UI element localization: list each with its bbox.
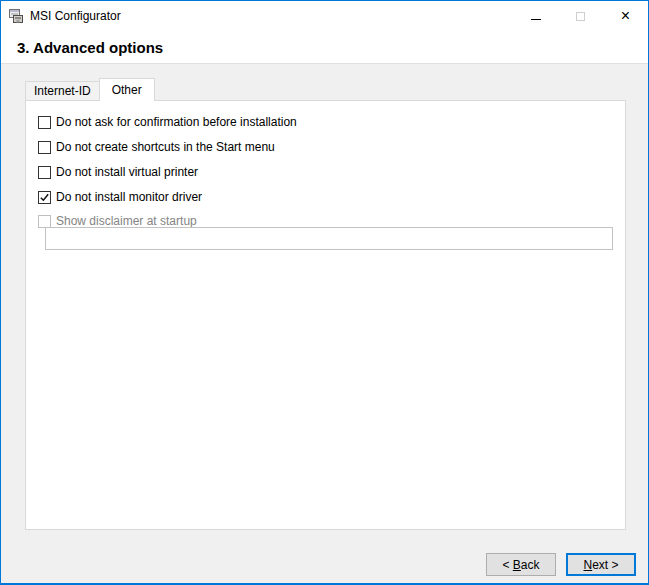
maximize-icon bbox=[576, 12, 585, 21]
close-button[interactable]: × bbox=[603, 1, 648, 31]
minimize-button[interactable] bbox=[513, 1, 558, 31]
checkbox-show-disclaimer: Show disclaimer at startup bbox=[38, 214, 197, 228]
minimize-icon bbox=[531, 19, 541, 20]
check-icon bbox=[39, 192, 50, 203]
other-tab-panel: Do not ask for confirmation before insta… bbox=[25, 100, 626, 530]
checkbox-icon bbox=[38, 191, 51, 204]
disclaimer-text-input bbox=[45, 227, 613, 250]
checkbox-icon bbox=[38, 166, 51, 179]
back-button[interactable]: < Back bbox=[486, 553, 556, 576]
checkbox-no-shortcuts[interactable]: Do not create shortcuts in the Start men… bbox=[38, 140, 275, 154]
footer-bar: < Back Next > bbox=[1, 543, 648, 583]
page-title: 3. Advanced options bbox=[17, 39, 163, 56]
close-icon: × bbox=[621, 8, 630, 24]
msi-installer-icon bbox=[8, 8, 24, 24]
checkbox-no-virtual-printer[interactable]: Do not install virtual printer bbox=[38, 165, 198, 179]
tab-other[interactable]: Other bbox=[99, 78, 155, 101]
window-title: MSI Configurator bbox=[30, 9, 121, 23]
maximize-button bbox=[558, 1, 603, 31]
content-area: Internet-ID Other Do not ask for confirm… bbox=[1, 65, 648, 543]
checkbox-icon bbox=[38, 141, 51, 154]
tab-internet-id[interactable]: Internet-ID bbox=[25, 81, 100, 101]
checkbox-icon bbox=[38, 215, 51, 228]
checkbox-label: Show disclaimer at startup bbox=[56, 214, 197, 228]
checkbox-label: Do not install virtual printer bbox=[56, 165, 198, 179]
checkbox-label: Do not create shortcuts in the Start men… bbox=[56, 140, 275, 154]
checkbox-label: Do not ask for confirmation before insta… bbox=[56, 115, 297, 129]
tab-strip: Internet-ID Other bbox=[25, 78, 154, 101]
checkbox-no-confirmation[interactable]: Do not ask for confirmation before insta… bbox=[38, 115, 297, 129]
checkbox-icon bbox=[38, 116, 51, 129]
msi-configurator-window: MSI Configurator × 3. Advanced options I… bbox=[0, 0, 649, 585]
checkbox-no-monitor-driver[interactable]: Do not install monitor driver bbox=[38, 190, 202, 204]
title-bar[interactable]: MSI Configurator × bbox=[1, 1, 648, 31]
next-button[interactable]: Next > bbox=[566, 553, 636, 576]
checkbox-label: Do not install monitor driver bbox=[56, 190, 202, 204]
heading-bar: 3. Advanced options bbox=[1, 31, 648, 64]
